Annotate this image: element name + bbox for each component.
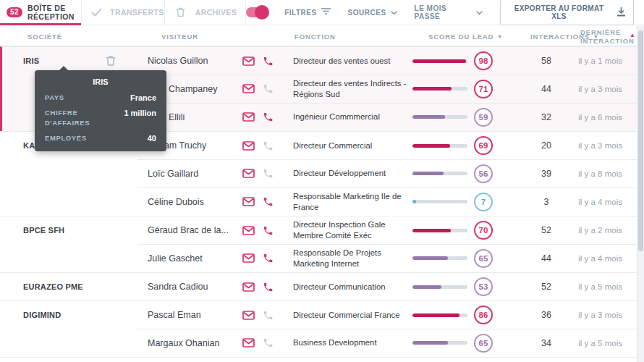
tooltip-label: PAYS (45, 93, 111, 104)
table-row[interactable]: DIGIMIND Pascal Eman Directeur Commercia… (0, 300, 644, 329)
table-row[interactable]: Julie Gaschet Responsable De Projets Mar… (0, 244, 644, 272)
interactions-count: 52 (525, 225, 568, 235)
score-bar (412, 172, 467, 175)
contact-actions (242, 111, 293, 122)
phone-icon[interactable] (263, 83, 274, 94)
table-row[interactable]: Céline Dubois Responsable Marketing Ile … (0, 188, 644, 216)
company-name: DIGIMIND (0, 311, 137, 319)
company-tooltip: IRIS PAYS France CHIFFRE D'AFFAIRES 1 mi… (35, 70, 166, 151)
contact-actions (242, 253, 293, 264)
column-header-score[interactable]: SCORE DU LEAD▼ (428, 33, 503, 41)
lead-score: 59 (412, 108, 525, 127)
envelope-icon[interactable] (242, 169, 255, 178)
lead-score: 65 (412, 249, 525, 268)
filters-button[interactable]: FILTRES (284, 8, 330, 17)
phone-icon[interactable] (263, 196, 274, 207)
envelope-icon[interactable] (242, 141, 255, 151)
table-row[interactable]: Loïc Gaillard Directeur Développement 56… (0, 159, 644, 188)
tab-archives[interactable]: ARCHIVES (165, 0, 247, 25)
score-bar (412, 341, 467, 345)
visitor-name: Sandra Cadiou (137, 282, 242, 292)
score-value-badge: 98 (474, 51, 493, 70)
tab-inbox[interactable]: 52 BOÎTE DE RÉCEPTION (0, 0, 82, 25)
tooltip-row: PAYS France (45, 93, 156, 104)
contact-actions (242, 56, 293, 67)
envelope-icon[interactable] (242, 338, 255, 348)
period-dropdown[interactable]: LE MOIS PASSÉ (415, 4, 483, 20)
table-row[interactable]: BPCE SFH Géraud Brac de la... Directeur … (0, 216, 644, 244)
lead-score: 53 (412, 277, 525, 296)
contact-actions (242, 225, 293, 236)
phone-icon[interactable] (263, 310, 274, 321)
trash-icon (171, 7, 190, 17)
interactions-count: 39 (525, 169, 568, 179)
envelope-icon[interactable] (242, 112, 255, 122)
envelope-icon[interactable] (242, 56, 255, 66)
tooltip-row: CHIFFRE D'AFFAIRES 1 million (45, 108, 156, 129)
tab-transfers[interactable]: TRANSFERTS (82, 0, 165, 25)
column-header-fonction: FONCTION (295, 33, 336, 41)
job-title: Responsable Marketing Ile de France (293, 191, 412, 212)
period-label: LE MOIS PASSÉ (415, 4, 473, 20)
tooltip-value: 40 (148, 133, 156, 143)
interactions-count: 52 (525, 282, 568, 292)
interactions-count: 3 (525, 197, 568, 207)
sources-dropdown[interactable]: SOURCES (348, 9, 397, 17)
row-trash-icon[interactable] (106, 55, 116, 70)
table-row[interactable]: EURAZEO PME Sandra Cadiou Directeur Comm… (0, 272, 644, 300)
score-value-badge: 56 (474, 164, 493, 183)
toggle-knob (255, 5, 269, 20)
tooltip-label: CHIFFRE D'AFFAIRES (45, 108, 111, 129)
interactions-count: 32 (525, 112, 568, 122)
phone-icon[interactable] (263, 337, 274, 348)
lead-score: 98 (412, 51, 525, 70)
score-bar (412, 256, 467, 260)
envelope-icon[interactable] (242, 253, 255, 263)
filters-toggle[interactable] (246, 7, 267, 17)
envelope-icon[interactable] (242, 84, 255, 93)
visitor-name: Loïc Gaillard (137, 169, 242, 179)
envelope-icon[interactable] (242, 311, 255, 320)
phone-icon[interactable] (263, 111, 274, 122)
column-header-societe: SOCIÉTÉ (27, 33, 62, 41)
score-bar (412, 144, 467, 148)
envelope-icon[interactable] (242, 197, 255, 206)
table-row[interactable]: Margaux Ohanian Business Development 65 … (0, 329, 644, 357)
last-interaction: il y a 4 mois (568, 254, 644, 263)
contact-actions (242, 168, 293, 179)
lead-score: 65 (412, 334, 525, 353)
last-interaction: il y a 5 mois (568, 339, 644, 348)
last-interaction: il y a 3 mois (568, 141, 644, 150)
score-bar (412, 285, 467, 289)
tooltip-value: 1 million (124, 108, 156, 117)
check-icon (88, 8, 105, 17)
last-interaction: il y a 1 mois (568, 56, 644, 65)
phone-icon[interactable] (263, 140, 274, 151)
score-bar-fill (412, 313, 459, 317)
export-xls-button[interactable]: EXPORTER AU FORMAT XLS (500, 0, 634, 25)
envelope-icon[interactable] (242, 282, 255, 292)
phone-icon[interactable] (263, 168, 274, 179)
sources-label: SOURCES (348, 9, 386, 17)
last-interaction: il y a 2 mois (568, 226, 644, 235)
last-interaction: il y a 4 mois (568, 198, 644, 206)
tab-archives-label: ARCHIVES (195, 8, 237, 17)
lead-score: 86 (412, 306, 525, 324)
scrollbar-thumb[interactable] (638, 30, 643, 251)
envelope-icon[interactable] (242, 226, 255, 235)
job-title: Directeur des ventes ouest (293, 56, 412, 67)
phone-icon[interactable] (263, 225, 274, 236)
vertical-scrollbar[interactable] (637, 26, 644, 362)
score-value-badge: 69 (474, 136, 493, 155)
phone-icon[interactable] (263, 56, 274, 67)
phone-icon[interactable] (263, 282, 274, 292)
interactions-count: 44 (525, 84, 568, 94)
job-title: Directeur Communication (293, 282, 412, 292)
score-bar-fill (412, 144, 450, 148)
job-title: Ingénieur Commmercial (293, 111, 412, 122)
sort-asc-icon[interactable]: ▲ (630, 32, 636, 38)
lead-score: 69 (412, 136, 525, 155)
phone-icon[interactable] (263, 253, 274, 264)
company-name: BPCE SFH (0, 226, 137, 235)
score-bar-fill (412, 59, 466, 63)
